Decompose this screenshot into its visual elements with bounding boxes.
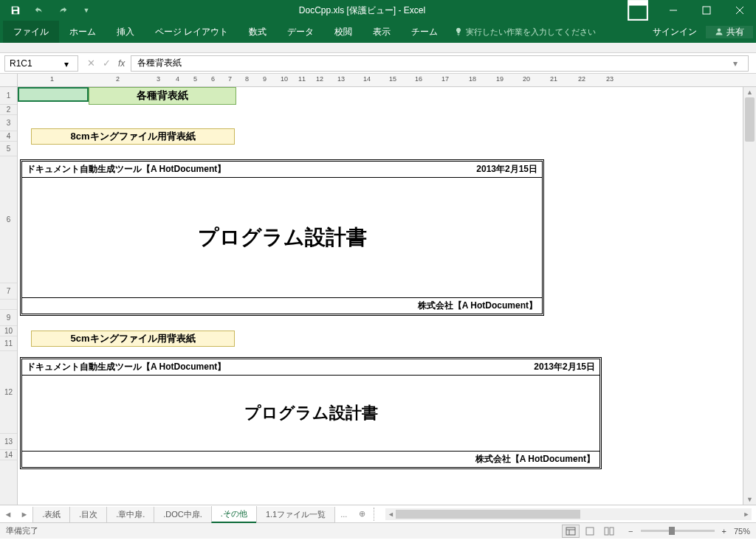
tell-me-search[interactable]: 実行したい作業を入力してください bbox=[448, 27, 602, 38]
minimize-button[interactable] bbox=[656, 0, 690, 21]
vertical-scrollbar[interactable]: ▲ ▼ bbox=[743, 87, 756, 505]
redo-button[interactable] bbox=[52, 1, 74, 19]
svg-rect-1 bbox=[628, 1, 647, 5]
row-header[interactable]: 4 bbox=[0, 131, 17, 142]
normal-view-button[interactable] bbox=[562, 525, 580, 538]
zoom-level[interactable]: 75% bbox=[734, 527, 750, 536]
column-header[interactable]: 15 bbox=[389, 75, 396, 83]
column-header[interactable]: 4 bbox=[176, 75, 179, 83]
sign-in-button[interactable]: サインイン bbox=[644, 26, 706, 38]
sheet-canvas[interactable]: 各種背表紙 8cmキングファイル用背表紙 ドキュメント自動生成ツール【A Hot… bbox=[18, 87, 743, 505]
sheet-tab[interactable]: .章中扉. bbox=[106, 507, 154, 523]
page-layout-view-button[interactable] bbox=[581, 525, 599, 538]
column-header[interactable]: 21 bbox=[550, 75, 557, 83]
scroll-up-button[interactable]: ▲ bbox=[743, 87, 756, 97]
tab-review[interactable]: 校閲 bbox=[324, 21, 362, 43]
cell-main-title[interactable]: 各種背表紙 bbox=[89, 87, 236, 105]
page-break-view-button[interactable] bbox=[600, 525, 618, 538]
doc-company: 株式会社【A HotDocument】 bbox=[22, 297, 542, 314]
share-button[interactable]: 共有 bbox=[706, 26, 753, 38]
scroll-left-button[interactable]: ◄ bbox=[385, 511, 396, 518]
column-header[interactable]: 9 bbox=[263, 75, 267, 83]
column-header[interactable]: 8 bbox=[245, 75, 249, 83]
column-header[interactable]: 20 bbox=[523, 75, 530, 83]
sheet-nav-prev-button[interactable]: ◄ bbox=[0, 505, 16, 523]
tab-page-layout[interactable]: ページ レイアウト bbox=[145, 21, 238, 43]
column-header[interactable]: 16 bbox=[415, 75, 422, 83]
maximize-button[interactable] bbox=[690, 0, 723, 21]
qat-customize-button[interactable]: ▼ bbox=[75, 1, 97, 19]
cell-subtitle-8cm[interactable]: 8cmキングファイル用背表紙 bbox=[31, 128, 235, 145]
name-box[interactable]: R1C1 ▾ bbox=[4, 55, 78, 72]
row-header[interactable]: 12 bbox=[0, 351, 17, 434]
tab-team[interactable]: チーム bbox=[401, 21, 448, 43]
tab-home[interactable]: ホーム bbox=[59, 21, 106, 43]
row-header[interactable]: 5 bbox=[0, 142, 17, 156]
sheet-tab[interactable]: .その他 bbox=[211, 506, 257, 523]
tab-file[interactable]: ファイル bbox=[3, 21, 59, 43]
zoom-out-button[interactable]: − bbox=[625, 527, 636, 536]
horizontal-scrollbar[interactable]: ◄ ► bbox=[385, 508, 752, 520]
scroll-right-button[interactable]: ► bbox=[741, 511, 752, 518]
sheet-nav-next-button[interactable]: ► bbox=[16, 505, 32, 523]
ribbon-display-options-button[interactable] bbox=[627, 0, 649, 21]
sheet-tabs-overflow[interactable]: ... bbox=[334, 510, 353, 519]
hscroll-track[interactable] bbox=[396, 509, 741, 519]
cancel-formula-button[interactable]: ✕ bbox=[87, 58, 95, 69]
hscroll-thumb[interactable] bbox=[396, 510, 580, 519]
column-header[interactable]: 10 bbox=[281, 75, 288, 83]
undo-button[interactable] bbox=[28, 1, 50, 19]
zoom-slider[interactable] bbox=[641, 530, 715, 532]
scroll-down-button[interactable]: ▼ bbox=[743, 494, 756, 505]
vscroll-thumb[interactable] bbox=[745, 97, 755, 142]
row-header[interactable]: 9 bbox=[0, 310, 17, 326]
new-sheet-button[interactable]: ⊕ bbox=[353, 509, 371, 519]
column-header[interactable]: 1 bbox=[50, 75, 54, 83]
tab-scroll-separator[interactable] bbox=[374, 508, 378, 521]
row-header[interactable]: 7 bbox=[0, 283, 17, 300]
row-header[interactable]: 10 bbox=[0, 326, 17, 336]
column-header[interactable]: 17 bbox=[441, 75, 449, 83]
sheet-tab[interactable]: .表紙 bbox=[32, 507, 70, 523]
select-all-corner[interactable] bbox=[0, 74, 18, 86]
column-header[interactable]: 5 bbox=[193, 75, 197, 83]
row-header[interactable]: 3 bbox=[0, 115, 17, 131]
sheet-tab[interactable]: .目次 bbox=[69, 507, 107, 523]
sheet-tab[interactable]: 1.1ファイル一覧 bbox=[256, 507, 335, 523]
zoom-in-button[interactable]: + bbox=[719, 527, 729, 536]
column-header[interactable]: 13 bbox=[337, 75, 345, 83]
close-button[interactable] bbox=[723, 0, 756, 21]
column-header[interactable]: 6 bbox=[211, 75, 215, 83]
cell-subtitle-5cm[interactable]: 5cmキングファイル用背表紙 bbox=[31, 331, 235, 347]
row-header[interactable]: 2 bbox=[0, 105, 17, 115]
column-header[interactable]: 3 bbox=[157, 75, 160, 83]
save-button[interactable] bbox=[4, 1, 27, 19]
row-header[interactable] bbox=[0, 300, 17, 310]
column-header[interactable]: 14 bbox=[363, 75, 371, 83]
tab-view[interactable]: 表示 bbox=[362, 21, 401, 43]
tab-insert[interactable]: 挿入 bbox=[106, 21, 145, 43]
row-headers[interactable]: 123456791011121314 bbox=[0, 87, 18, 505]
row-header[interactable]: 14 bbox=[0, 450, 17, 460]
column-header[interactable]: 11 bbox=[298, 75, 306, 83]
column-header[interactable]: 22 bbox=[578, 75, 585, 83]
row-header[interactable]: 13 bbox=[0, 434, 17, 450]
insert-function-button[interactable]: fx bbox=[118, 58, 125, 69]
row-header[interactable]: 11 bbox=[0, 336, 17, 351]
sheet-tab[interactable]: .DOC中扉. bbox=[154, 507, 212, 523]
expand-formula-bar-button[interactable]: ▾ bbox=[733, 58, 742, 69]
row-header[interactable]: 6 bbox=[0, 156, 17, 283]
column-header[interactable]: 7 bbox=[228, 75, 232, 83]
row-header[interactable]: 1 bbox=[0, 87, 17, 105]
zoom-slider-knob[interactable] bbox=[669, 527, 675, 535]
tab-formulas[interactable]: 数式 bbox=[238, 21, 277, 43]
column-header[interactable]: 23 bbox=[606, 75, 614, 83]
tab-data[interactable]: データ bbox=[277, 21, 324, 43]
column-header[interactable]: 18 bbox=[469, 75, 476, 83]
worksheet-grid[interactable]: 123456791011121314 各種背表紙 8cmキングファイル用背表紙 … bbox=[0, 87, 756, 505]
column-header[interactable]: 19 bbox=[496, 75, 504, 83]
column-header[interactable]: 12 bbox=[316, 75, 323, 83]
enter-formula-button[interactable]: ✓ bbox=[103, 58, 111, 69]
formula-input[interactable]: 各種背表紙 ▾ bbox=[131, 55, 749, 72]
column-header[interactable]: 2 bbox=[116, 75, 120, 83]
